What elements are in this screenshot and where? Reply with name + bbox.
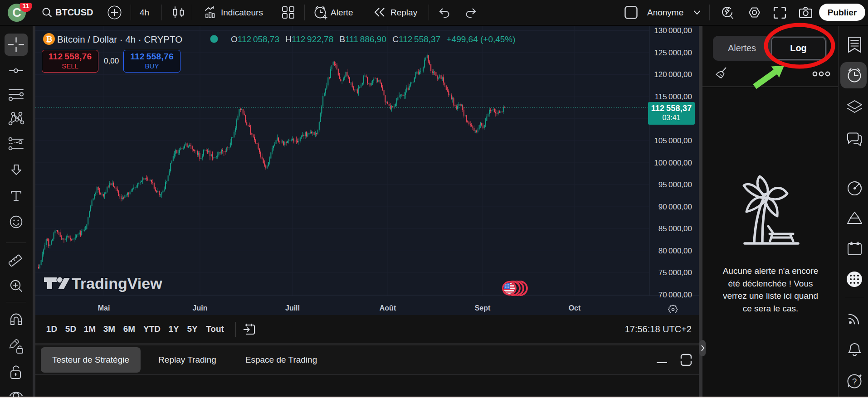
svg-text:TradingView: TradingView [72,275,162,292]
svg-text:?: ? [852,377,857,386]
svg-text:11: 11 [22,3,29,10]
svg-text:C: C [12,6,21,19]
svg-text:₿: ₿ [46,35,53,44]
